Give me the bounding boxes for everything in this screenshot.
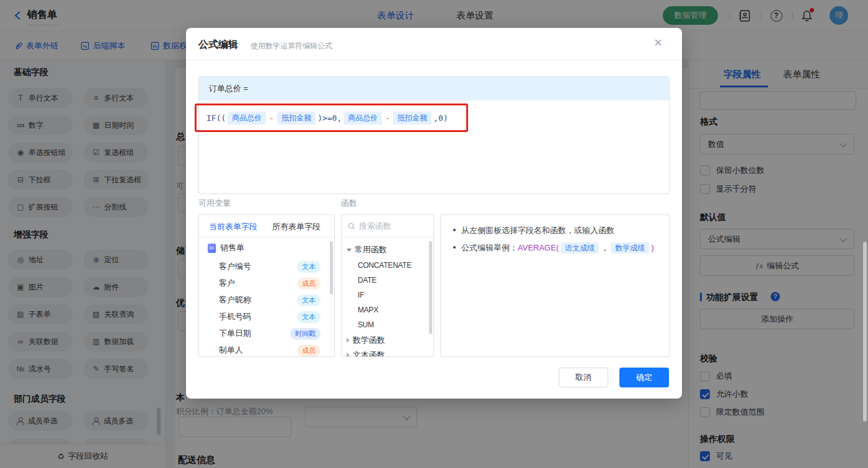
formula-editor-modal: 公式编辑 使用数学运算符编辑公式 × 订单总价 = IF(( 商品总价 - 抵扣… bbox=[186, 28, 682, 399]
hint-line-1: 从左侧面板选择字段名和函数，或输入函数 bbox=[453, 225, 614, 236]
chevron-right-icon bbox=[347, 338, 350, 343]
variables-section-label: 可用变量 bbox=[198, 198, 231, 209]
function-item[interactable]: SUM bbox=[342, 317, 433, 332]
hint-line-2: 公式编辑举例：AVERAGE(语文成绩，数学成绩) bbox=[453, 242, 654, 254]
formula-code: ,0) bbox=[433, 113, 448, 123]
function-item[interactable]: CONCATENATE bbox=[342, 258, 433, 273]
search-function-input[interactable] bbox=[359, 221, 421, 231]
variable-row[interactable]: 制单人成员 bbox=[199, 342, 334, 357]
type-tag: 文本 bbox=[297, 261, 321, 273]
function-item[interactable]: MAPX bbox=[342, 302, 433, 317]
confirm-button[interactable]: 确定 bbox=[619, 368, 669, 387]
type-tag: 时间戳 bbox=[290, 328, 321, 340]
variable-row[interactable]: 下单日期时间戳 bbox=[199, 325, 334, 342]
type-tag: 成员 bbox=[297, 278, 321, 289]
operator-token: - bbox=[269, 113, 274, 123]
function-item[interactable]: DATE bbox=[342, 273, 433, 288]
formula-help-panel: 从左侧面板选择字段名和函数，或输入函数 公式编辑举例：AVERAGE(语文成绩，… bbox=[440, 214, 670, 357]
field-token[interactable]: 抵扣金额 bbox=[277, 112, 316, 125]
search-icon bbox=[348, 223, 355, 230]
cancel-button[interactable]: 取消 bbox=[559, 368, 608, 387]
form-doc-icon bbox=[208, 244, 216, 253]
form-tree-root[interactable]: 销售单 bbox=[208, 242, 244, 254]
chevron-right-icon bbox=[347, 353, 350, 357]
operator-token: - bbox=[385, 113, 390, 123]
modal-subtitle: 使用数学运算符编辑公式 bbox=[250, 41, 332, 51]
example-field-token: 数学成绩 bbox=[611, 242, 649, 254]
type-tag: 成员 bbox=[297, 345, 321, 356]
formula-code: )>=0, bbox=[317, 113, 342, 123]
formula-target: 订单总价 = bbox=[209, 83, 248, 94]
variable-row[interactable]: 客户成员 bbox=[199, 275, 334, 291]
field-token[interactable]: 商品总价 bbox=[228, 112, 266, 125]
functions-scrollbar[interactable] bbox=[429, 241, 432, 334]
variables-tabs: 当前表单字段 所有表单字段 bbox=[199, 215, 334, 237]
function-search bbox=[342, 215, 433, 237]
chevron-down-icon bbox=[347, 249, 352, 252]
variable-row[interactable]: 客户昵称文本 bbox=[199, 292, 334, 308]
function-group-math[interactable]: 数学函数 bbox=[342, 333, 433, 348]
variables-panel: 当前表单字段 所有表单字段 销售单 客户编号文本 客户成员 客户昵称文本 手机号… bbox=[198, 214, 335, 357]
variable-row[interactable]: 手机号码文本 bbox=[199, 309, 334, 325]
formula-code: IF(( bbox=[206, 113, 226, 123]
formula-expression[interactable]: IF(( 商品总价 - 抵扣金额 )>=0, 商品总价 - 抵扣金额 ,0) bbox=[206, 110, 448, 126]
type-tag: 文本 bbox=[297, 294, 321, 306]
functions-panel: 常用函数 CONCATENATE DATE IF MAPX SUM 数学函数 文… bbox=[341, 214, 434, 357]
example-function-name: AVERAGE( bbox=[518, 243, 559, 252]
type-tag: 文本 bbox=[297, 311, 321, 323]
function-item[interactable]: IF bbox=[342, 288, 433, 302]
function-group-text[interactable]: 文本函数 bbox=[342, 348, 433, 357]
formula-editor-box[interactable]: 订单总价 = bbox=[198, 76, 670, 194]
tab-current-form-fields[interactable]: 当前表单字段 bbox=[209, 221, 257, 232]
function-group-common[interactable]: 常用函数 bbox=[342, 242, 433, 257]
functions-section-label: 函数 bbox=[341, 198, 357, 209]
variables-scrollbar[interactable] bbox=[330, 241, 333, 294]
example-field-token: 语文成绩 bbox=[560, 242, 599, 254]
modal-title: 公式编辑 bbox=[198, 38, 238, 51]
close-icon[interactable]: × bbox=[654, 36, 662, 50]
modal-header: 公式编辑 使用数学运算符编辑公式 × bbox=[186, 28, 682, 60]
variable-row[interactable]: 客户编号文本 bbox=[199, 258, 334, 275]
tab-all-form-fields[interactable]: 所有表单字段 bbox=[272, 221, 321, 232]
properties-scrollbar[interactable] bbox=[863, 242, 867, 422]
field-token[interactable]: 抵扣金额 bbox=[393, 112, 432, 125]
formula-target-strip: 订单总价 = bbox=[199, 77, 669, 100]
field-token[interactable]: 商品总价 bbox=[343, 112, 382, 125]
